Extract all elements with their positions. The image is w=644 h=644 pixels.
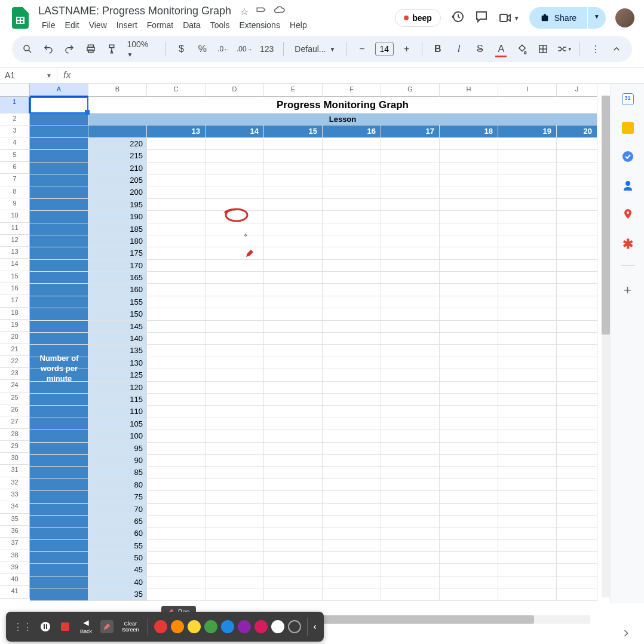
ylabel-cell[interactable] [30,199,88,211]
data-cell[interactable] [557,211,597,223]
data-cell[interactable] [440,479,498,491]
wpm-80[interactable]: 80 [88,479,147,491]
data-cell[interactable] [323,479,381,491]
data-cell[interactable] [557,162,597,174]
data-cell[interactable] [264,443,323,455]
wpm-205[interactable]: 205 [88,174,147,186]
ylabel-cell[interactable] [30,296,88,308]
maps-icon[interactable] [622,208,634,220]
data-cell[interactable] [498,552,557,564]
data-cell[interactable] [381,467,440,479]
data-cell[interactable] [323,199,381,211]
ylabel-cell[interactable] [30,406,88,418]
color-swatch-1[interactable] [171,620,184,633]
data-cell[interactable] [206,479,264,491]
data-cell[interactable] [147,576,206,588]
color-swatch-5[interactable] [238,620,251,633]
data-cell[interactable] [264,430,323,442]
data-cell[interactable] [264,174,323,186]
undo-icon[interactable] [40,41,56,57]
menu-help[interactable]: Help [286,19,311,31]
data-cell[interactable] [264,186,323,198]
data-cell[interactable] [147,247,206,259]
data-cell[interactable] [323,150,381,162]
data-cell[interactable] [323,333,381,345]
data-cell[interactable] [557,199,597,211]
merge-icon[interactable]: ▼ [556,41,572,57]
data-cell[interactable] [381,272,440,284]
row-header-39[interactable]: 39 [0,562,30,574]
wpm-130[interactable]: 130 [88,357,147,369]
data-cell[interactable] [147,528,206,539]
row-header-7[interactable]: 7 [0,174,30,186]
data-cell[interactable] [323,321,381,333]
color-swatch-6[interactable] [254,620,268,633]
data-cell[interactable] [147,296,206,308]
data-cell[interactable] [147,516,206,528]
col-header-J[interactable]: J [557,84,597,97]
data-cell[interactable] [557,528,597,539]
row-header-22[interactable]: 22 [0,356,30,368]
clear-screen-button[interactable]: Clear Screen [119,618,142,635]
row-header-30[interactable]: 30 [0,453,30,465]
data-cell[interactable] [147,211,206,223]
data-cell[interactable] [381,199,440,211]
lesson-num-20[interactable]: 20 [557,125,597,137]
data-cell[interactable] [557,138,597,150]
row-header-9[interactable]: 9 [0,198,30,210]
data-cell[interactable] [381,321,440,333]
data-cell[interactable] [323,260,381,272]
data-cell[interactable] [440,174,498,186]
ylabel-cell[interactable] [30,223,88,235]
wpm-185[interactable]: 185 [88,223,147,235]
data-cell[interactable] [323,443,381,455]
data-cell[interactable] [147,540,206,552]
data-cell[interactable] [440,296,498,308]
wpm-120[interactable]: 120 [88,382,147,394]
data-cell[interactable] [440,491,498,503]
data-cell[interactable] [440,199,498,211]
data-cell[interactable] [264,382,323,394]
data-cell[interactable] [206,467,264,479]
data-cell[interactable] [206,588,264,600]
row-header-28[interactable]: 28 [0,429,30,441]
text-color-icon[interactable]: A [493,41,509,57]
data-cell[interactable] [206,296,264,308]
data-cell[interactable] [440,394,498,406]
data-cell[interactable] [440,528,498,539]
data-cell[interactable] [206,186,264,198]
wpm-65[interactable]: 65 [88,516,147,528]
data-cell[interactable] [206,150,264,162]
lesson-num-14[interactable]: 14 [206,125,264,137]
data-cell[interactable] [557,576,597,588]
ylabel-cell[interactable] [30,455,88,467]
ylabel-cell[interactable] [30,247,88,259]
ylabel-cell[interactable] [30,186,88,198]
data-cell[interactable] [381,296,440,308]
col-header-E[interactable]: E [264,84,323,97]
wpm-170[interactable]: 170 [88,260,147,272]
menu-edit[interactable]: Edit [62,19,83,31]
data-cell[interactable] [147,369,206,381]
data-cell[interactable] [557,540,597,552]
decrease-font-icon[interactable]: − [354,41,370,57]
title-cell[interactable]: Progress Monitoring Graph [88,97,597,114]
data-cell[interactable] [498,284,557,296]
data-cell[interactable] [440,308,498,320]
data-cell[interactable] [498,186,557,198]
data-cell[interactable] [264,138,323,150]
col-header-I[interactable]: I [498,84,557,97]
data-cell[interactable] [147,467,206,479]
data-cell[interactable] [440,223,498,235]
data-cell[interactable] [381,162,440,174]
data-cell[interactable] [147,504,206,516]
wpm-75[interactable]: 75 [88,491,147,503]
data-cell[interactable] [381,211,440,223]
ylabel-cell[interactable] [30,443,88,455]
back-button[interactable]: Back [78,617,94,637]
row-header-11[interactable]: 11 [0,223,30,235]
data-cell[interactable] [440,369,498,381]
data-cell[interactable] [498,576,557,588]
data-cell[interactable] [498,150,557,162]
data-cell[interactable] [498,369,557,381]
